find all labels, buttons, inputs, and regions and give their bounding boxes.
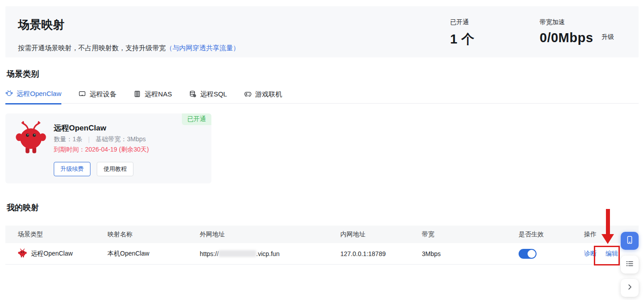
stat-bandwidth: 带宽加速 0/0Mbps xyxy=(540,18,593,45)
card-base-bandwidth: 基础带宽：3Mbps xyxy=(96,135,146,143)
scene-category-title: 场景类别 xyxy=(7,69,39,79)
mobile-app-button[interactable] xyxy=(621,232,639,250)
card-quantity: 数量：1条 xyxy=(54,135,82,143)
tab-remote-sql[interactable]: 远程SQL xyxy=(189,89,227,104)
upgrade-link[interactable]: 升级 xyxy=(601,33,614,41)
expand-button[interactable] xyxy=(621,279,639,297)
row-mapping-name: 本机OpenClaw xyxy=(107,250,200,258)
tab-remote-device[interactable]: 远程设备 xyxy=(78,89,116,104)
card-info: 数量：1条｜基础带宽：3Mbps xyxy=(54,135,146,143)
list-icon xyxy=(625,259,635,270)
col-external-address: 外网地址 xyxy=(200,230,340,239)
cell-enabled xyxy=(519,249,584,259)
claw-icon xyxy=(5,89,13,98)
database-icon xyxy=(189,90,197,99)
monitor-icon xyxy=(78,90,86,99)
page-header: 场景映射 按需开通场景映射，不占用映射数，支持升级带宽（与内网穿透共享流量） 已… xyxy=(5,6,639,57)
chevron-right-icon xyxy=(626,283,634,293)
scene-tabs: 远程OpenClaw 远程设备 远程NAS xyxy=(5,89,282,104)
mascot-icon xyxy=(15,121,47,157)
tutorial-button[interactable]: 使用教程 xyxy=(97,162,133,176)
external-suffix: .vicp.fun xyxy=(256,250,279,257)
cell-external-address: https://.vicp.fun xyxy=(200,250,340,257)
subtitle-text: 按需开通场景映射，不占用映射数，支持升级带宽 xyxy=(18,44,166,52)
status-badge: 已开通 xyxy=(182,113,211,125)
tab-game-online[interactable]: 游戏联机 xyxy=(244,89,282,104)
tab-label: 远程OpenClaw xyxy=(17,90,61,98)
page-title: 场景映射 xyxy=(18,17,64,33)
external-prefix: https:// xyxy=(200,250,219,257)
tab-remote-openclaw[interactable]: 远程OpenClaw xyxy=(5,89,61,104)
smartphone-icon xyxy=(625,235,635,247)
stat-opened-label: 已开通 xyxy=(450,18,475,26)
mascot-small-icon xyxy=(18,248,27,259)
diagnose-link[interactable]: 诊断 xyxy=(584,250,597,257)
card-divider: ｜ xyxy=(86,135,92,143)
card-buttons: 升级续费 使用教程 xyxy=(54,162,133,176)
tab-label: 远程SQL xyxy=(200,90,227,99)
stat-bandwidth-label: 带宽加速 xyxy=(540,18,593,26)
edit-link[interactable]: 编辑 xyxy=(605,250,618,257)
mappings-table: 场景类型 映射名称 外网地址 内网地址 带宽 是否生效 操作 远程OpenCl xyxy=(5,226,639,265)
col-mapping-name: 映射名称 xyxy=(107,230,200,239)
col-internal-address: 内网地址 xyxy=(340,230,422,239)
list-button[interactable] xyxy=(621,256,639,274)
stat-bandwidth-value: 0/0Mbps xyxy=(540,30,593,45)
col-enabled: 是否生效 xyxy=(519,230,584,239)
gamepad-icon xyxy=(244,90,252,99)
tab-label: 远程NAS xyxy=(145,90,172,99)
page-subtitle: 按需开通场景映射，不占用映射数，支持升级带宽（与内网穿透共享流量） xyxy=(18,44,240,52)
table-row: 远程OpenClaw 本机OpenClaw https://.vicp.fun … xyxy=(5,243,639,265)
tab-remote-nas[interactable]: 远程NAS xyxy=(133,89,172,104)
scene-card: 已开通 远程OpenClaw 数量：1条｜基础带宽：3Mbps 到期时间：202… xyxy=(5,113,211,183)
card-title: 远程OpenClaw xyxy=(54,123,106,133)
tab-label: 游戏联机 xyxy=(255,90,282,99)
row-internal-address: 127.0.0.1:18789 xyxy=(340,250,422,257)
stat-opened: 已开通 1 个 xyxy=(450,18,475,48)
toggle-knob xyxy=(528,250,536,258)
my-mappings-title: 我的映射 xyxy=(7,202,39,213)
row-scene-type: 远程OpenClaw xyxy=(31,250,73,258)
nas-icon xyxy=(133,90,141,99)
tab-label: 远程设备 xyxy=(90,90,116,99)
col-bandwidth: 带宽 xyxy=(422,230,519,239)
redacted-subdomain xyxy=(219,250,256,257)
shared-traffic-link[interactable]: （与内网穿透共享流量） xyxy=(166,44,240,52)
col-scene-type: 场景类型 xyxy=(18,230,107,239)
table-header: 场景类型 映射名称 外网地址 内网地址 带宽 是否生效 操作 xyxy=(5,226,639,243)
card-expiry: 到期时间：2026-04-19 (剩余30天) xyxy=(54,146,149,154)
enabled-toggle[interactable] xyxy=(519,249,537,259)
stat-opened-value: 1 个 xyxy=(450,30,475,48)
row-bandwidth: 3Mbps xyxy=(422,250,519,257)
cell-scene-type: 远程OpenClaw xyxy=(18,248,107,259)
upgrade-renew-button[interactable]: 升级续费 xyxy=(54,162,90,176)
